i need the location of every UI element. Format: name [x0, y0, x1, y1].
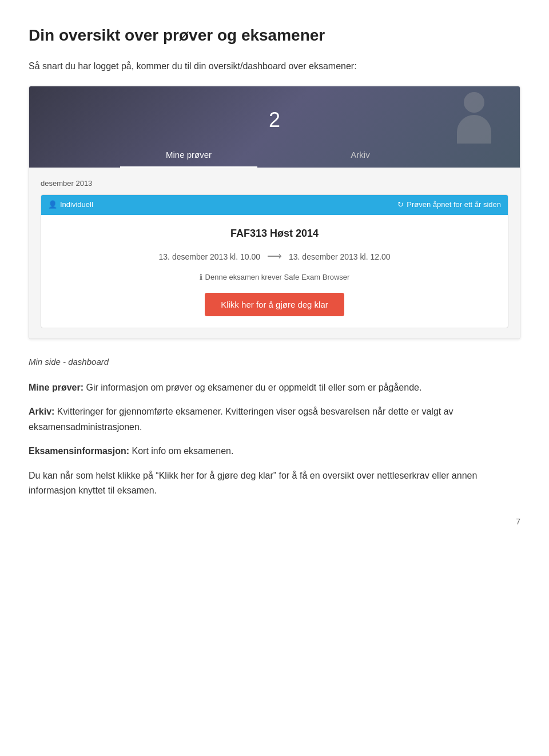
avatar [451, 92, 497, 144]
refresh-icon: ↻ [397, 199, 404, 211]
descriptions-container: Mine prøver: Gir informasjon om prøver o… [29, 380, 520, 498]
page-title: Din oversikt over prøver og eksamener [29, 23, 520, 49]
exam-card: 👤 Individuell ↻ Prøven åpnet for ett år … [41, 194, 508, 328]
seb-notice: ℹ Denne eksamen krever Safe Exam Browser [53, 272, 496, 284]
exam-time-row: 13. desember 2013 kl. 10.00 ⟶ 13. desemb… [53, 248, 496, 265]
exam-card-body: FAF313 Høst 2014 13. desember 2013 kl. 1… [41, 215, 508, 328]
page-number: 7 [29, 515, 520, 528]
dashboard-header: 2 Mine prøver Arkiv [29, 86, 520, 168]
dashboard-tabs: Mine prøver Arkiv [103, 148, 446, 168]
exam-status-label: Prøven åpnet for ett år siden [407, 199, 501, 211]
exam-title: FAF313 Høst 2014 [53, 225, 496, 242]
dashboard-screenshot: 2 Mine prøver Arkiv desember 2013 👤 Indi… [29, 86, 520, 339]
exam-status: ↻ Prøven åpnet for ett år siden [397, 199, 501, 211]
intro-text: Så snart du har logget på, kommer du til… [29, 59, 520, 74]
seb-notice-text: Denne eksamen krever Safe Exam Browser [205, 272, 350, 284]
exam-end-time: 13. desember 2013 kl. 12.00 [289, 250, 390, 263]
cta-button[interactable]: Klikk her for å gjøre deg klar [205, 293, 344, 316]
caption: Min side - dashboard [29, 355, 520, 369]
description-item: Arkiv: Kvitteringer for gjennomførte eks… [29, 404, 520, 435]
info-icon: ℹ [200, 272, 202, 284]
description-item: Du kan når som helst klikke på “Klikk he… [29, 468, 520, 499]
exam-month: desember 2013 [41, 178, 508, 190]
exam-tag-label: Individuell [60, 199, 93, 211]
arrow-icon: ⟶ [267, 248, 282, 265]
tab-mine-prover[interactable]: Mine prøver [103, 148, 274, 168]
user-icon: 👤 [48, 199, 57, 211]
dashboard-body: desember 2013 👤 Individuell ↻ Prøven åpn… [29, 168, 520, 339]
exam-start-time: 13. desember 2013 kl. 10.00 [159, 250, 260, 263]
exam-tag: 👤 Individuell [48, 199, 93, 211]
description-item: Mine prøver: Gir informasjon om prøver o… [29, 380, 520, 395]
description-item: Eksamensinformasjon: Kort info om eksame… [29, 444, 520, 459]
tab-arkiv[interactable]: Arkiv [274, 148, 446, 168]
exam-count: 2 [269, 104, 280, 137]
exam-card-header: 👤 Individuell ↻ Prøven åpnet for ett år … [41, 195, 508, 215]
